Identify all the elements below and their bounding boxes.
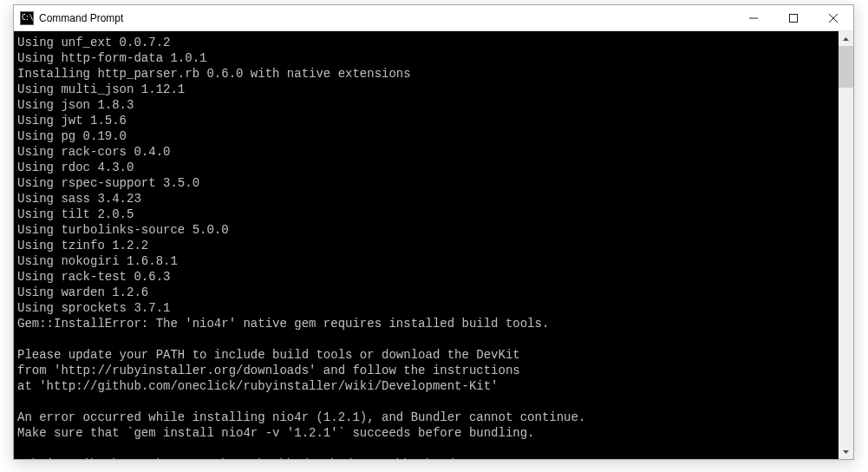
minimize-button[interactable]	[734, 5, 773, 30]
svg-marker-5	[843, 450, 849, 454]
scroll-track[interactable]	[839, 46, 853, 444]
command-prompt-window: C:\. Command Prompt Using unf_ext 0.0.7.…	[13, 4, 854, 460]
terminal-line: Using warden 1.2.6	[17, 285, 839, 300]
terminal-line: Using rspec-support 3.5.0	[17, 175, 839, 191]
terminal-line: Using http-form-data 1.0.1	[17, 50, 839, 66]
terminal-line: Using rdoc 4.3.0	[17, 160, 839, 175]
terminal-line: Using sprockets 3.7.1	[17, 300, 839, 316]
window-title: Command Prompt	[39, 12, 734, 24]
svg-rect-1	[790, 14, 798, 22]
terminal-line: Make sure that `gem install nio4r -v '1.…	[17, 425, 839, 441]
terminal-line: at 'http://github.com/oneclick/rubyinsta…	[17, 378, 839, 394]
window-controls	[734, 5, 853, 30]
terminal-line: Installing http_parser.rb 0.6.0 with nat…	[17, 66, 839, 82]
maximize-button[interactable]	[773, 5, 813, 30]
terminal-area[interactable]: Using unf_ext 0.0.7.2Using http-form-dat…	[14, 31, 853, 459]
terminal-line: Using pg 0.19.0	[17, 128, 839, 144]
terminal-line: Using tilt 2.0.5	[17, 206, 839, 222]
prompt-text: C:\Bitnami\rubystack-2.2.6-0\apache2\htd…	[17, 457, 461, 459]
terminal-line: Gem::InstallError: The 'nio4r' native ge…	[17, 316, 839, 331]
terminal-line: from 'http://rubyinstaller.org/downloads…	[17, 363, 839, 378]
scroll-down-button[interactable]	[839, 444, 853, 459]
terminal-output[interactable]: Using unf_ext 0.0.7.2Using http-form-dat…	[14, 31, 839, 459]
terminal-line: Using nokogiri 1.6.8.1	[17, 253, 839, 269]
terminal-line	[17, 394, 839, 410]
terminal-line: Please update your PATH to include build…	[17, 347, 839, 363]
vertical-scrollbar[interactable]	[839, 31, 853, 459]
terminal-line	[17, 441, 839, 456]
cmd-icon: C:\.	[20, 11, 34, 25]
close-button[interactable]	[813, 5, 853, 30]
terminal-line: Using multi_json 1.12.1	[17, 82, 839, 97]
terminal-prompt-line[interactable]: C:\Bitnami\rubystack-2.2.6-0\apache2\htd…	[17, 456, 839, 459]
terminal-line: Using jwt 1.5.6	[17, 113, 839, 128]
terminal-line: Using rack-test 0.6.3	[17, 269, 839, 285]
terminal-line	[17, 331, 839, 347]
scroll-thumb[interactable]	[839, 46, 853, 88]
svg-marker-4	[843, 37, 849, 41]
terminal-line: An error occurred while installing nio4r…	[17, 410, 839, 425]
terminal-line: Using sass 3.4.23	[17, 191, 839, 206]
scroll-up-button[interactable]	[839, 31, 853, 46]
terminal-line: Using unf_ext 0.0.7.2	[17, 35, 839, 50]
terminal-line: Using rack-cors 0.4.0	[17, 144, 839, 160]
terminal-line: Using turbolinks-source 5.0.0	[17, 222, 839, 238]
title-bar[interactable]: C:\. Command Prompt	[14, 5, 853, 31]
terminal-line: Using json 1.8.3	[17, 97, 839, 113]
terminal-line: Using tzinfo 1.2.2	[17, 238, 839, 253]
